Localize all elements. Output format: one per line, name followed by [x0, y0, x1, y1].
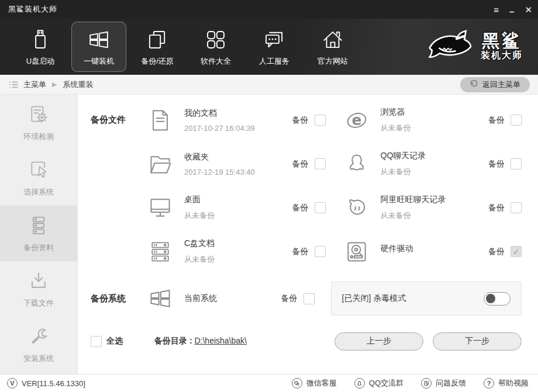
title-bar: 黑鲨装机大师 ≡ – ✕	[0, 0, 538, 19]
sidebar-item-label: 备份资料	[23, 242, 54, 253]
main-nav: U盘启动 一键装机 备份/还原 软件大全	[0, 19, 538, 75]
minimize-icon[interactable]: –	[509, 7, 514, 16]
back-arrow-icon	[470, 79, 478, 90]
feedback-link[interactable]: 问题反馈	[421, 378, 466, 388]
close-icon[interactable]: ✕	[525, 5, 532, 14]
toggle-knob	[486, 294, 495, 303]
svg-text:e: e	[351, 112, 361, 129]
brand-subname: 装机大师	[481, 50, 523, 62]
nav-usb-boot[interactable]: U盘启动	[13, 22, 68, 72]
item-subtitle: 从未备份	[184, 254, 215, 265]
help-icon: ?	[484, 378, 494, 388]
workspace: 环境检测 选择系统 备份资料 下载文件	[0, 95, 538, 374]
previous-step-button[interactable]: 上一步	[334, 332, 423, 351]
backup-checkbox[interactable]	[511, 158, 522, 169]
nav-label: 软件大全	[201, 56, 231, 67]
backup-checkbox[interactable]	[511, 202, 522, 213]
return-main-menu-button[interactable]: 返回主菜单	[460, 77, 530, 92]
backup-checkbox[interactable]	[511, 115, 522, 126]
item-subtitle: 从未备份	[381, 210, 446, 221]
chat-bubbles-icon	[262, 27, 287, 52]
bottom-action-row: 全选 备份目录 : D:\heisha\bak\ 上一步 下一步	[86, 328, 538, 354]
status-footer: V VER[11.5.46.1330] 微信客服 QQ交流群 问题反馈	[0, 374, 538, 392]
sidebar-item-env-check[interactable]: 环境检测	[0, 95, 77, 150]
backup-checkbox[interactable]	[315, 115, 326, 126]
backup-checkbox[interactable]	[315, 246, 326, 257]
antivirus-mode-label: [已关闭] 杀毒模式	[342, 293, 406, 304]
drive-stack-icon	[146, 239, 175, 265]
section-label-backup-files: 备份文件	[86, 115, 146, 126]
help-video-link[interactable]: ? 帮助视频	[484, 378, 529, 388]
nav-one-key-install[interactable]: 一键装机	[71, 22, 126, 72]
backup-checkbox[interactable]	[315, 158, 326, 169]
backup-row-4: C盘文档 从未备份 备份 硬件驱动 备份	[86, 230, 538, 273]
nav-label: U盘启动	[26, 56, 54, 67]
item-subtitle: 从未备份	[184, 210, 215, 221]
shark-logo-icon	[425, 29, 475, 65]
server-stack-icon	[27, 214, 50, 239]
backup-item-desktop: 桌面 从未备份 备份	[146, 195, 342, 221]
footer-link-label: QQ交流群	[369, 378, 403, 388]
wechat-service-link[interactable]: 微信客服	[292, 378, 337, 388]
antivirus-toggle[interactable]	[484, 292, 511, 306]
download-icon	[27, 269, 50, 294]
sidebar-item-download-files[interactable]: 下载文件	[0, 261, 77, 317]
sidebar-item-backup-data[interactable]: 备份资料	[0, 206, 77, 261]
backup-label: 备份	[292, 115, 309, 126]
item-name: 收藏夹	[184, 152, 255, 162]
backup-item-hardware-driver: 硬件驱动 备份	[342, 239, 538, 265]
brand-logo-text: 黑鲨 装机大师	[481, 32, 523, 62]
backup-item-current-system: 当前系统 备份	[146, 286, 331, 311]
wrench-icon	[27, 325, 50, 350]
driver-disk-icon	[342, 239, 371, 265]
version-icon: V	[7, 378, 18, 388]
next-step-button[interactable]: 下一步	[433, 332, 522, 351]
breadcrumb-root[interactable]: 主菜单	[23, 79, 46, 90]
select-all-checkbox[interactable]	[91, 336, 102, 347]
window-controls: ≡ – ✕	[494, 5, 532, 14]
step-sidebar: 环境检测 选择系统 备份资料 下载文件	[0, 95, 78, 374]
sidebar-item-label: 环境检测	[23, 131, 54, 142]
backup-label: 备份	[292, 203, 309, 213]
sidebar-item-label: 下载文件	[23, 298, 54, 308]
qq-group-link[interactable]: QQ交流群	[354, 378, 403, 388]
backup-checkbox[interactable]	[315, 202, 326, 213]
backup-checkbox-checked[interactable]	[511, 246, 522, 257]
windows-system-icon	[146, 286, 175, 311]
feedback-icon	[421, 378, 432, 388]
brand-name: 黑鲨	[481, 32, 523, 50]
select-all-control: 全选	[86, 336, 123, 347]
item-name: 阿里旺旺聊天记录	[381, 195, 446, 205]
backup-panel: 备份文件 我的文档 2017-10-27 16:04:39 备份 e	[78, 95, 538, 374]
sidebar-item-install-system[interactable]: 安装系统	[0, 317, 77, 372]
backup-label: 备份	[292, 247, 309, 257]
backup-label: 备份	[292, 159, 309, 169]
backup-row-1: 备份文件 我的文档 2017-10-27 16:04:39 备份 e	[86, 98, 538, 142]
backup-directory-link[interactable]: D:\heisha\bak\	[194, 336, 247, 345]
windows-icon	[87, 27, 111, 52]
menu-icon[interactable]: ≡	[494, 5, 499, 14]
item-name: 浏览器	[381, 107, 411, 117]
backup-label: 备份	[488, 247, 505, 257]
backup-label: 备份	[488, 159, 505, 169]
footer-link-label: 帮助视频	[498, 378, 529, 388]
item-name: 硬件驱动	[381, 244, 413, 254]
footer-link-label: 微信客服	[306, 378, 337, 388]
nav-label: 官方网站	[318, 56, 348, 67]
app-title: 黑鲨装机大师	[8, 4, 57, 15]
nav-customer-service[interactable]: 人工服务	[247, 22, 302, 72]
sidebar-item-select-system[interactable]: 选择系统	[0, 150, 77, 206]
backup-item-my-documents: 我的文档 2017-10-27 16:04:39 备份	[146, 107, 342, 133]
nav-software-center[interactable]: 软件大全	[188, 22, 243, 72]
version-text: VER[11.5.46.1330]	[22, 379, 85, 388]
qq-penguin-icon	[342, 151, 371, 177]
qq-icon	[354, 378, 365, 388]
nav-backup-restore[interactable]: 备份/还原	[130, 22, 185, 72]
browser-icon: e	[342, 107, 371, 133]
document-icon	[146, 107, 175, 133]
home-icon	[320, 27, 345, 52]
nav-official-site[interactable]: 官方网站	[305, 22, 360, 72]
backup-checkbox[interactable]	[304, 293, 315, 304]
item-subtitle: 从未备份	[381, 123, 411, 133]
antivirus-mode-box: [已关闭] 杀毒模式	[331, 282, 522, 315]
